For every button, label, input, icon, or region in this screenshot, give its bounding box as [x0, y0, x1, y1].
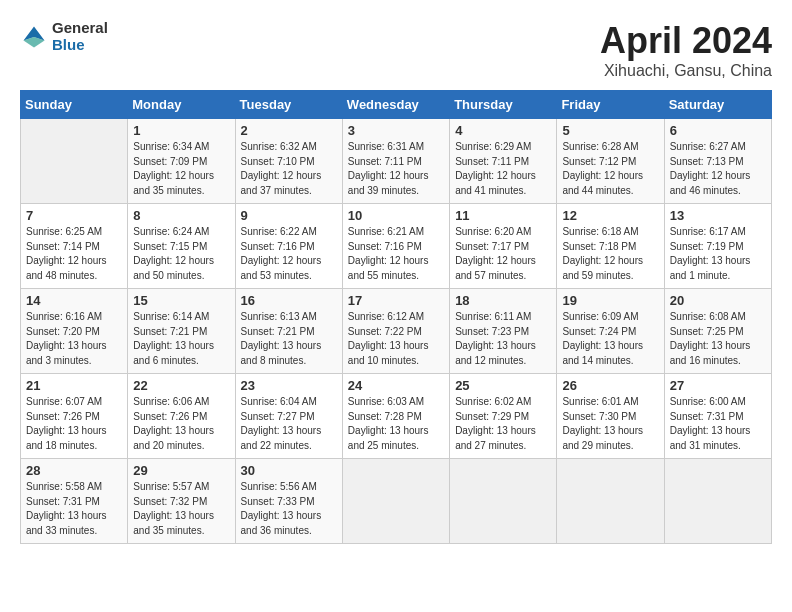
calendar-cell	[342, 459, 449, 544]
calendar-title: April 2024	[600, 20, 772, 62]
day-info: Sunrise: 6:00 AMSunset: 7:31 PMDaylight:…	[670, 395, 766, 453]
day-number: 20	[670, 293, 766, 308]
logo-icon	[20, 23, 48, 51]
day-info: Sunrise: 6:31 AMSunset: 7:11 PMDaylight:…	[348, 140, 444, 198]
day-number: 1	[133, 123, 229, 138]
title-block: April 2024 Xihuachi, Gansu, China	[600, 20, 772, 80]
day-info: Sunrise: 5:57 AMSunset: 7:32 PMDaylight:…	[133, 480, 229, 538]
day-number: 25	[455, 378, 551, 393]
calendar-cell: 22Sunrise: 6:06 AMSunset: 7:26 PMDayligh…	[128, 374, 235, 459]
calendar-week-row: 21Sunrise: 6:07 AMSunset: 7:26 PMDayligh…	[21, 374, 772, 459]
day-number: 26	[562, 378, 658, 393]
day-number: 2	[241, 123, 337, 138]
logo-text: General Blue	[52, 20, 108, 53]
calendar-cell: 10Sunrise: 6:21 AMSunset: 7:16 PMDayligh…	[342, 204, 449, 289]
calendar-cell: 27Sunrise: 6:00 AMSunset: 7:31 PMDayligh…	[664, 374, 771, 459]
day-info: Sunrise: 6:18 AMSunset: 7:18 PMDaylight:…	[562, 225, 658, 283]
weekday-header-saturday: Saturday	[664, 91, 771, 119]
calendar-cell: 24Sunrise: 6:03 AMSunset: 7:28 PMDayligh…	[342, 374, 449, 459]
logo-blue: Blue	[52, 37, 108, 54]
calendar-cell: 8Sunrise: 6:24 AMSunset: 7:15 PMDaylight…	[128, 204, 235, 289]
day-number: 9	[241, 208, 337, 223]
day-info: Sunrise: 6:14 AMSunset: 7:21 PMDaylight:…	[133, 310, 229, 368]
calendar-cell: 15Sunrise: 6:14 AMSunset: 7:21 PMDayligh…	[128, 289, 235, 374]
calendar-cell: 14Sunrise: 6:16 AMSunset: 7:20 PMDayligh…	[21, 289, 128, 374]
day-number: 17	[348, 293, 444, 308]
logo: General Blue	[20, 20, 108, 53]
day-info: Sunrise: 6:13 AMSunset: 7:21 PMDaylight:…	[241, 310, 337, 368]
calendar-cell: 7Sunrise: 6:25 AMSunset: 7:14 PMDaylight…	[21, 204, 128, 289]
day-number: 28	[26, 463, 122, 478]
day-info: Sunrise: 6:01 AMSunset: 7:30 PMDaylight:…	[562, 395, 658, 453]
calendar-week-row: 14Sunrise: 6:16 AMSunset: 7:20 PMDayligh…	[21, 289, 772, 374]
calendar-cell	[21, 119, 128, 204]
calendar-cell: 11Sunrise: 6:20 AMSunset: 7:17 PMDayligh…	[450, 204, 557, 289]
calendar-table: SundayMondayTuesdayWednesdayThursdayFrid…	[20, 90, 772, 544]
calendar-cell: 28Sunrise: 5:58 AMSunset: 7:31 PMDayligh…	[21, 459, 128, 544]
calendar-cell: 16Sunrise: 6:13 AMSunset: 7:21 PMDayligh…	[235, 289, 342, 374]
calendar-cell: 5Sunrise: 6:28 AMSunset: 7:12 PMDaylight…	[557, 119, 664, 204]
calendar-cell: 3Sunrise: 6:31 AMSunset: 7:11 PMDaylight…	[342, 119, 449, 204]
day-number: 19	[562, 293, 658, 308]
day-number: 5	[562, 123, 658, 138]
day-info: Sunrise: 6:32 AMSunset: 7:10 PMDaylight:…	[241, 140, 337, 198]
day-number: 29	[133, 463, 229, 478]
day-info: Sunrise: 6:29 AMSunset: 7:11 PMDaylight:…	[455, 140, 551, 198]
day-info: Sunrise: 6:07 AMSunset: 7:26 PMDaylight:…	[26, 395, 122, 453]
day-info: Sunrise: 6:17 AMSunset: 7:19 PMDaylight:…	[670, 225, 766, 283]
calendar-cell: 21Sunrise: 6:07 AMSunset: 7:26 PMDayligh…	[21, 374, 128, 459]
day-info: Sunrise: 6:12 AMSunset: 7:22 PMDaylight:…	[348, 310, 444, 368]
day-number: 23	[241, 378, 337, 393]
day-number: 3	[348, 123, 444, 138]
day-number: 11	[455, 208, 551, 223]
calendar-cell: 12Sunrise: 6:18 AMSunset: 7:18 PMDayligh…	[557, 204, 664, 289]
day-info: Sunrise: 6:08 AMSunset: 7:25 PMDaylight:…	[670, 310, 766, 368]
day-number: 8	[133, 208, 229, 223]
weekday-header-row: SundayMondayTuesdayWednesdayThursdayFrid…	[21, 91, 772, 119]
day-number: 4	[455, 123, 551, 138]
day-number: 12	[562, 208, 658, 223]
day-number: 27	[670, 378, 766, 393]
calendar-cell	[557, 459, 664, 544]
weekday-header-tuesday: Tuesday	[235, 91, 342, 119]
day-number: 30	[241, 463, 337, 478]
calendar-cell: 2Sunrise: 6:32 AMSunset: 7:10 PMDaylight…	[235, 119, 342, 204]
calendar-cell: 4Sunrise: 6:29 AMSunset: 7:11 PMDaylight…	[450, 119, 557, 204]
day-info: Sunrise: 6:25 AMSunset: 7:14 PMDaylight:…	[26, 225, 122, 283]
day-info: Sunrise: 6:21 AMSunset: 7:16 PMDaylight:…	[348, 225, 444, 283]
calendar-cell: 19Sunrise: 6:09 AMSunset: 7:24 PMDayligh…	[557, 289, 664, 374]
day-info: Sunrise: 6:16 AMSunset: 7:20 PMDaylight:…	[26, 310, 122, 368]
day-info: Sunrise: 6:20 AMSunset: 7:17 PMDaylight:…	[455, 225, 551, 283]
calendar-cell: 25Sunrise: 6:02 AMSunset: 7:29 PMDayligh…	[450, 374, 557, 459]
weekday-header-wednesday: Wednesday	[342, 91, 449, 119]
calendar-week-row: 7Sunrise: 6:25 AMSunset: 7:14 PMDaylight…	[21, 204, 772, 289]
weekday-header-friday: Friday	[557, 91, 664, 119]
calendar-cell: 26Sunrise: 6:01 AMSunset: 7:30 PMDayligh…	[557, 374, 664, 459]
day-info: Sunrise: 6:24 AMSunset: 7:15 PMDaylight:…	[133, 225, 229, 283]
weekday-header-monday: Monday	[128, 91, 235, 119]
day-number: 22	[133, 378, 229, 393]
day-number: 10	[348, 208, 444, 223]
day-number: 7	[26, 208, 122, 223]
day-number: 18	[455, 293, 551, 308]
calendar-cell	[450, 459, 557, 544]
day-number: 13	[670, 208, 766, 223]
day-info: Sunrise: 5:58 AMSunset: 7:31 PMDaylight:…	[26, 480, 122, 538]
weekday-header-thursday: Thursday	[450, 91, 557, 119]
calendar-cell: 20Sunrise: 6:08 AMSunset: 7:25 PMDayligh…	[664, 289, 771, 374]
calendar-week-row: 28Sunrise: 5:58 AMSunset: 7:31 PMDayligh…	[21, 459, 772, 544]
calendar-cell: 18Sunrise: 6:11 AMSunset: 7:23 PMDayligh…	[450, 289, 557, 374]
day-number: 21	[26, 378, 122, 393]
weekday-header-sunday: Sunday	[21, 91, 128, 119]
calendar-cell: 6Sunrise: 6:27 AMSunset: 7:13 PMDaylight…	[664, 119, 771, 204]
calendar-cell: 13Sunrise: 6:17 AMSunset: 7:19 PMDayligh…	[664, 204, 771, 289]
day-number: 16	[241, 293, 337, 308]
day-info: Sunrise: 6:03 AMSunset: 7:28 PMDaylight:…	[348, 395, 444, 453]
day-number: 14	[26, 293, 122, 308]
day-info: Sunrise: 6:34 AMSunset: 7:09 PMDaylight:…	[133, 140, 229, 198]
day-info: Sunrise: 6:11 AMSunset: 7:23 PMDaylight:…	[455, 310, 551, 368]
day-number: 15	[133, 293, 229, 308]
day-info: Sunrise: 5:56 AMSunset: 7:33 PMDaylight:…	[241, 480, 337, 538]
calendar-cell: 1Sunrise: 6:34 AMSunset: 7:09 PMDaylight…	[128, 119, 235, 204]
logo-general: General	[52, 20, 108, 37]
